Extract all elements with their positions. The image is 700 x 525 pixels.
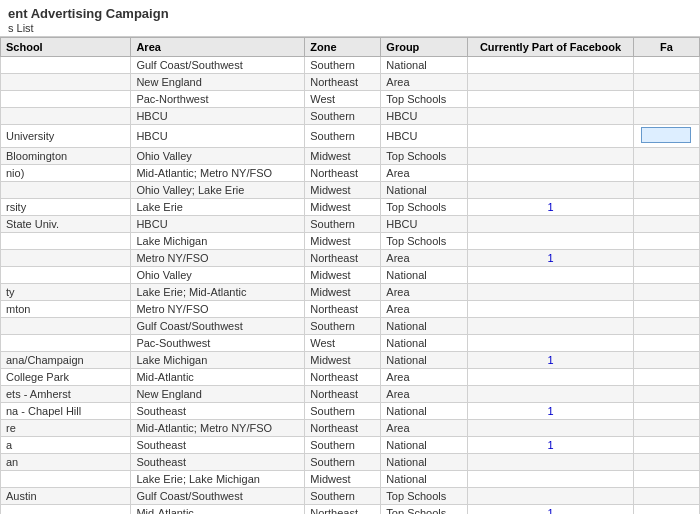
- cell-group: Top Schools: [381, 148, 468, 165]
- cell-fb: [468, 284, 633, 301]
- cell-group: Area: [381, 250, 468, 267]
- cell-fb: [468, 165, 633, 182]
- page-title: ent Advertising Campaign: [8, 6, 692, 21]
- cell-fa: [633, 108, 699, 125]
- table-row: na - Chapel HillSoutheastSouthernNationa…: [1, 403, 700, 420]
- cell-area: Metro NY/FSO: [131, 250, 305, 267]
- cell-area: Pac-Northwest: [131, 91, 305, 108]
- col-zone: Zone: [305, 38, 381, 57]
- table-row: AustinGulf Coast/SouthwestSouthernTop Sc…: [1, 488, 700, 505]
- cell-school: mton: [1, 301, 131, 318]
- cell-group: National: [381, 57, 468, 74]
- fa-input-field[interactable]: [641, 127, 691, 143]
- cell-zone: Southern: [305, 488, 381, 505]
- cell-fb: [468, 91, 633, 108]
- cell-fb: [468, 216, 633, 233]
- cell-fa: [633, 318, 699, 335]
- cell-area: HBCU: [131, 125, 305, 148]
- cell-group: Top Schools: [381, 199, 468, 216]
- cell-fb: [468, 301, 633, 318]
- cell-area: Lake Michigan: [131, 352, 305, 369]
- cell-group: National: [381, 454, 468, 471]
- cell-fb: [468, 369, 633, 386]
- cell-area: Pac-Southwest: [131, 335, 305, 352]
- cell-school: Austin: [1, 488, 131, 505]
- cell-zone: Midwest: [305, 233, 381, 250]
- cell-area: New England: [131, 74, 305, 91]
- cell-school: [1, 335, 131, 352]
- cell-zone: Southern: [305, 216, 381, 233]
- cell-fa[interactable]: [633, 125, 699, 148]
- table-row: Gulf Coast/SouthwestSouthernNational: [1, 318, 700, 335]
- cell-fa: [633, 250, 699, 267]
- col-fa: Fa: [633, 38, 699, 57]
- cell-school: na - Chapel Hill: [1, 403, 131, 420]
- cell-fa: [633, 335, 699, 352]
- cell-school: [1, 74, 131, 91]
- table-row: tyLake Erie; Mid-AtlanticMidwestArea: [1, 284, 700, 301]
- cell-fb: [468, 454, 633, 471]
- cell-fa: [633, 403, 699, 420]
- cell-area: Mid-Atlantic: [131, 505, 305, 515]
- cell-area: Ohio Valley; Lake Erie: [131, 182, 305, 199]
- cell-fa: [633, 233, 699, 250]
- cell-fa: [633, 386, 699, 403]
- cell-fb: [468, 335, 633, 352]
- cell-fa: [633, 420, 699, 437]
- cell-zone: Northeast: [305, 74, 381, 91]
- cell-fb: 1: [468, 403, 633, 420]
- cell-school: University: [1, 125, 131, 148]
- cell-school: [1, 250, 131, 267]
- cell-zone: Southern: [305, 318, 381, 335]
- cell-school: nio): [1, 165, 131, 182]
- cell-zone: Midwest: [305, 267, 381, 284]
- cell-zone: Midwest: [305, 352, 381, 369]
- cell-fa: [633, 199, 699, 216]
- table-container: School Area Zone Group Currently Part of…: [0, 37, 700, 514]
- cell-fb: [468, 57, 633, 74]
- cell-zone: Northeast: [305, 420, 381, 437]
- cell-school: re: [1, 420, 131, 437]
- cell-school: [1, 318, 131, 335]
- cell-fa: [633, 352, 699, 369]
- cell-group: Area: [381, 386, 468, 403]
- table-row: UniversityHBCUSouthernHBCU: [1, 125, 700, 148]
- table-row: reMid-Atlantic; Metro NY/FSONortheastAre…: [1, 420, 700, 437]
- cell-area: Lake Erie; Mid-Atlantic: [131, 284, 305, 301]
- cell-fb: [468, 386, 633, 403]
- col-group: Group: [381, 38, 468, 57]
- cell-area: Gulf Coast/Southwest: [131, 488, 305, 505]
- cell-area: Mid-Atlantic; Metro NY/FSO: [131, 165, 305, 182]
- cell-zone: Southern: [305, 125, 381, 148]
- cell-fa: [633, 91, 699, 108]
- cell-area: Gulf Coast/Southwest: [131, 57, 305, 74]
- table-row: Pac-SouthwestWestNational: [1, 335, 700, 352]
- table-row: mtonMetro NY/FSONortheastArea: [1, 301, 700, 318]
- cell-zone: Northeast: [305, 369, 381, 386]
- cell-fb: 1: [468, 199, 633, 216]
- cell-zone: Midwest: [305, 182, 381, 199]
- cell-fa: [633, 182, 699, 199]
- cell-school: [1, 505, 131, 515]
- cell-fb: [468, 471, 633, 488]
- table-row: anSoutheastSouthernNational: [1, 454, 700, 471]
- cell-zone: Southern: [305, 403, 381, 420]
- cell-area: Southeast: [131, 403, 305, 420]
- table-row: nio)Mid-Atlantic; Metro NY/FSONortheastA…: [1, 165, 700, 182]
- table-row: Mid-AtlanticNortheastTop Schools1: [1, 505, 700, 515]
- table-row: aSoutheastSouthernNational1: [1, 437, 700, 454]
- cell-fb: [468, 420, 633, 437]
- table-row: rsityLake ErieMidwestTop Schools1: [1, 199, 700, 216]
- cell-fa: [633, 437, 699, 454]
- cell-area: Lake Erie; Lake Michigan: [131, 471, 305, 488]
- cell-fa: [633, 301, 699, 318]
- cell-school: a: [1, 437, 131, 454]
- cell-fb: [468, 182, 633, 199]
- cell-area: Mid-Atlantic; Metro NY/FSO: [131, 420, 305, 437]
- cell-group: Area: [381, 74, 468, 91]
- cell-group: National: [381, 403, 468, 420]
- cell-fa: [633, 74, 699, 91]
- table-row: Ohio Valley; Lake ErieMidwestNational: [1, 182, 700, 199]
- table-row: Pac-NorthwestWestTop Schools: [1, 91, 700, 108]
- cell-group: National: [381, 471, 468, 488]
